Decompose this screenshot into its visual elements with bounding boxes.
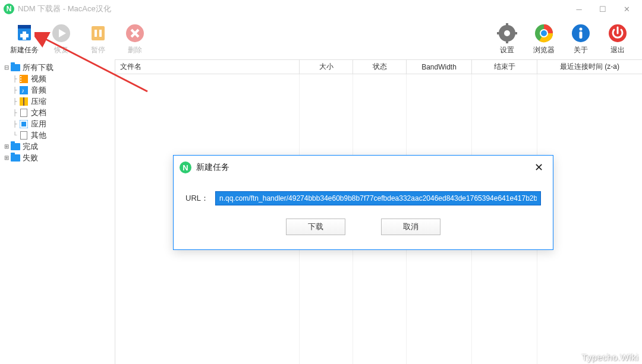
audio-icon: ♪ — [19, 86, 29, 95]
col-filename[interactable]: 文件名 — [115, 60, 300, 74]
minimize-button[interactable]: ─ — [567, 1, 591, 17]
svg-rect-1 — [18, 25, 31, 29]
tree-all-label: 所有下载 — [23, 62, 54, 73]
svg-rect-28 — [20, 81, 21, 82]
delete-label: 删除 — [128, 45, 142, 55]
gear-icon — [496, 23, 518, 44]
svg-rect-8 — [99, 30, 102, 37]
sidebar: ⊟ 所有下载 ├ 视频 ├ ♪ 音频 ├ 压缩 ├ — [0, 59, 115, 364]
dialog-titlebar: N 新建任务 ✕ — [174, 156, 553, 179]
video-icon — [19, 74, 29, 84]
svg-rect-3 — [20, 34, 29, 37]
table-header: 文件名 大小 状态 BandWidth 结束于 最近连接时间 (z-a) — [115, 60, 642, 74]
tree-item-other[interactable]: └ 其他 — [2, 129, 115, 141]
svg-rect-34 — [21, 122, 26, 126]
col-lastconn[interactable]: 最近连接时间 (z-a) — [537, 60, 642, 74]
expand-toggle-icon[interactable]: ⊞ — [2, 143, 11, 150]
svg-rect-17 — [514, 32, 517, 34]
pause-button[interactable]: 暂停 — [80, 23, 117, 55]
svg-rect-6 — [92, 26, 105, 40]
new-task-dialog: N 新建任务 ✕ URL： 下载 取消 — [173, 155, 553, 250]
pause-icon — [87, 23, 109, 44]
svg-rect-15 — [506, 40, 508, 43]
maximize-button[interactable]: ☐ — [591, 1, 615, 17]
new-task-label: 新建任务 — [10, 45, 39, 55]
new-task-button[interactable]: 新建任务 — [6, 23, 43, 55]
folder-icon — [11, 153, 20, 163]
tree-item-video[interactable]: ├ 视频 — [2, 73, 115, 84]
tree-all-downloads[interactable]: ⊟ 所有下载 — [2, 62, 115, 73]
cancel-button[interactable]: 取消 — [381, 219, 440, 235]
toolbar: 新建任务 恢复 暂停 删除 设置 浏览器 关于 — [0, 18, 642, 59]
tree-failed[interactable]: ⊞ 失败 — [2, 152, 115, 163]
delete-icon — [124, 23, 146, 44]
download-button[interactable]: 下载 — [286, 219, 345, 235]
titlebar: N NDM 下载器 - MacAce汉化 ─ ☐ ✕ — [0, 0, 642, 18]
svg-point-20 — [541, 30, 547, 36]
browser-label: 浏览器 — [533, 45, 555, 55]
resume-button[interactable]: 恢复 — [43, 23, 80, 55]
tree-done[interactable]: ⊞ 完成 — [2, 141, 115, 152]
archive-icon — [19, 97, 29, 106]
browser-button[interactable]: 浏览器 — [525, 23, 562, 55]
close-button[interactable]: ✕ — [615, 1, 638, 17]
tree-item-document[interactable]: ├ 文档 — [2, 107, 115, 118]
tree-item-audio[interactable]: ├ ♪ 音频 — [2, 84, 115, 96]
window-title: NDM 下载器 - MacAce汉化 — [18, 4, 111, 14]
svg-rect-27 — [20, 78, 21, 80]
dialog-title: 新建任务 — [196, 162, 229, 173]
folder-icon — [11, 63, 20, 72]
app-icon-item — [19, 119, 29, 129]
other-icon — [19, 131, 29, 140]
url-label: URL： — [185, 193, 215, 204]
new-task-icon — [14, 23, 35, 44]
settings-label: 设置 — [500, 45, 514, 55]
power-icon — [607, 23, 628, 44]
col-bandwidth[interactable]: BandWidth — [407, 60, 472, 74]
expand-toggle-icon[interactable]: ⊟ — [2, 64, 11, 71]
svg-rect-26 — [20, 76, 21, 77]
resume-label: 恢复 — [54, 45, 68, 55]
svg-rect-23 — [580, 31, 583, 39]
exit-button[interactable]: 退出 — [599, 23, 636, 55]
url-input[interactable] — [215, 191, 541, 205]
col-size[interactable]: 大小 — [300, 60, 353, 74]
svg-rect-14 — [506, 23, 508, 27]
svg-rect-7 — [95, 30, 97, 37]
svg-rect-16 — [497, 32, 501, 34]
col-status[interactable]: 状态 — [353, 60, 407, 74]
svg-text:♪: ♪ — [21, 87, 24, 94]
tree-item-app[interactable]: ├ 应用 — [2, 118, 115, 129]
expand-toggle-icon[interactable]: ⊞ — [2, 154, 11, 161]
dialog-app-icon: N — [180, 162, 191, 173]
watermark: Typecho.Wiki — [582, 352, 638, 362]
dialog-close-button[interactable]: ✕ — [531, 161, 547, 174]
document-icon — [19, 108, 29, 118]
col-end[interactable]: 结束于 — [472, 60, 537, 74]
chrome-icon — [533, 23, 555, 44]
svg-rect-32 — [23, 97, 24, 106]
play-icon — [51, 23, 72, 44]
exit-label: 退出 — [610, 45, 625, 55]
tree-item-archive[interactable]: ├ 压缩 — [2, 96, 115, 107]
delete-button[interactable]: 删除 — [117, 23, 153, 55]
info-icon — [570, 23, 591, 44]
pause-label: 暂停 — [91, 45, 105, 55]
app-icon: N — [4, 4, 14, 14]
svg-point-13 — [504, 30, 510, 36]
svg-point-22 — [580, 27, 583, 30]
folder-icon — [11, 142, 20, 151]
about-button[interactable]: 关于 — [562, 23, 599, 55]
about-label: 关于 — [574, 45, 588, 55]
settings-button[interactable]: 设置 — [489, 23, 525, 55]
